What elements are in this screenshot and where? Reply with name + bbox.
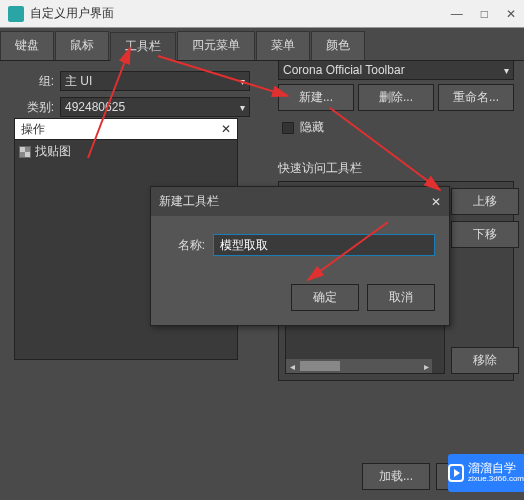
tab-keyboard[interactable]: 键盘 <box>0 31 54 60</box>
new-toolbar-dialog: 新建工具栏 ✕ 名称: 确定 取消 <box>150 186 450 326</box>
tab-quadmenu[interactable]: 四元菜单 <box>177 31 255 60</box>
toolbar-select[interactable]: Corona Official Toolbar ▾ <box>278 60 514 80</box>
scroll-right-icon[interactable]: ▸ <box>420 361 432 372</box>
group-select[interactable]: 主 UI ▾ <box>60 71 250 91</box>
tab-mouse[interactable]: 鼠标 <box>55 31 109 60</box>
rename-button[interactable]: 重命名... <box>438 84 514 111</box>
close-button[interactable]: ✕ <box>506 7 516 21</box>
dialog-titlebar: 新建工具栏 ✕ <box>151 187 449 216</box>
play-icon <box>448 464 464 482</box>
group-label: 组: <box>14 73 54 90</box>
move-down-button[interactable]: 下移 <box>451 221 519 248</box>
window-title: 自定义用户界面 <box>30 5 451 22</box>
hide-row: 隐藏 <box>282 119 514 136</box>
list-item-label: 找贴图 <box>35 143 71 160</box>
search-label: 操作 <box>21 121 45 138</box>
delete-button[interactable]: 删除... <box>358 84 434 111</box>
dialog-close-icon[interactable]: ✕ <box>431 195 441 209</box>
main-window: 自定义用户界面 — □ ✕ 键盘 鼠标 工具栏 四元菜单 菜单 颜色 组: 主 … <box>0 0 524 500</box>
ok-button[interactable]: 确定 <box>291 284 359 311</box>
tab-color[interactable]: 颜色 <box>311 31 365 60</box>
dialog-title: 新建工具栏 <box>159 193 219 210</box>
list-item[interactable]: 找贴图 <box>15 140 237 163</box>
name-input[interactable] <box>213 234 435 256</box>
toolbar-select-value: Corona Official Toolbar <box>283 63 405 77</box>
quick-side-buttons: 上移 下移 移除 <box>451 188 507 374</box>
group-value: 主 UI <box>65 73 92 90</box>
app-icon <box>8 6 24 22</box>
quick-label: 快速访问工具栏 <box>278 160 514 177</box>
load-button[interactable]: 加载... <box>362 463 430 490</box>
name-label: 名称: <box>165 237 205 254</box>
scroll-left-icon[interactable]: ◂ <box>286 361 298 372</box>
category-label: 类别: <box>14 99 54 116</box>
cancel-button[interactable]: 取消 <box>367 284 435 311</box>
chevron-down-icon: ▾ <box>504 65 509 76</box>
hide-checkbox[interactable] <box>282 122 294 134</box>
move-up-button[interactable]: 上移 <box>451 188 519 215</box>
new-button[interactable]: 新建... <box>278 84 354 111</box>
titlebar: 自定义用户界面 — □ ✕ <box>0 0 524 28</box>
minimize-button[interactable]: — <box>451 7 463 21</box>
category-select[interactable]: 492480625 ▾ <box>60 97 250 117</box>
watermark-badge: 溜溜自学 zixue.3d66.com <box>448 454 524 492</box>
tab-toolbar[interactable]: 工具栏 <box>110 32 176 61</box>
chevron-down-icon: ▾ <box>240 102 245 113</box>
category-value: 492480625 <box>65 100 125 114</box>
hide-label: 隐藏 <box>300 119 324 136</box>
checker-icon <box>19 146 31 158</box>
tab-bar: 键盘 鼠标 工具栏 四元菜单 菜单 颜色 <box>0 28 524 61</box>
remove-button[interactable]: 移除 <box>451 347 519 374</box>
search-bar[interactable]: 操作 ✕ <box>14 118 238 140</box>
scroll-thumb[interactable] <box>300 361 340 371</box>
window-controls: — □ ✕ <box>451 7 516 21</box>
watermark-line2: zixue.3d66.com <box>468 475 524 484</box>
maximize-button[interactable]: □ <box>481 7 488 21</box>
clear-search-icon[interactable]: ✕ <box>221 122 231 136</box>
h-scrollbar[interactable]: ◂ ▸ <box>286 359 432 373</box>
chevron-down-icon: ▾ <box>240 76 245 87</box>
tab-menu[interactable]: 菜单 <box>256 31 310 60</box>
